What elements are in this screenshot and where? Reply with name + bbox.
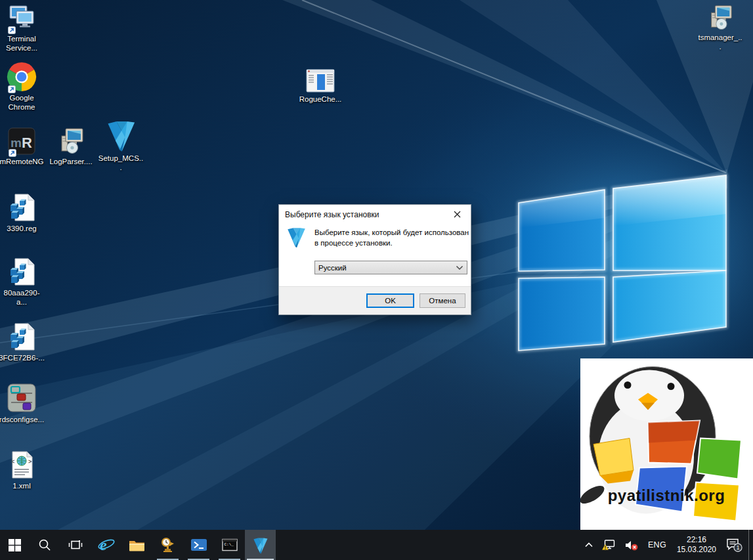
site-watermark: pyatilistnik.org [580, 358, 753, 530]
show-desktop-button[interactable] [748, 530, 753, 560]
taskbar: e [0, 530, 753, 560]
taskbar-powershell[interactable] [183, 530, 214, 560]
desktop-icon-terminal-services[interactable]: Terminal Service... [0, 1, 45, 53]
installer-package-icon [706, 0, 735, 32]
svg-text:<: < [11, 458, 14, 465]
taskbar-file-explorer[interactable] [121, 530, 152, 560]
action-center-button[interactable]: 1 [723, 530, 744, 560]
task-view-icon [68, 538, 83, 551]
desktop-icon-label: Setup_MCS... [98, 154, 144, 172]
tray-time: 22:16 [677, 535, 716, 545]
desktop-icon-label: Terminal Service... [0, 35, 45, 53]
desktop-icon-label: rdsconfigse... [0, 416, 44, 425]
registry-file-icon [7, 320, 37, 352]
application-window-icon [305, 62, 335, 93]
desktop-icon-roguechecker[interactable]: RogueChe... [297, 62, 343, 104]
task-view-button[interactable] [60, 530, 91, 560]
desktop-icon-3390-reg[interactable]: 3390.reg [0, 191, 45, 234]
registry-file-icon [7, 255, 37, 287]
cancel-button[interactable]: Отмена [420, 293, 465, 308]
svg-text:C:\_: C:\_ [224, 542, 234, 547]
desktop-icon-label: RogueChe... [299, 95, 342, 104]
language-select-value: Русский [318, 264, 347, 272]
cmd-icon: C:\_ [222, 538, 238, 551]
windows-desktop: Terminal Service... Google Chrome m R [0, 0, 753, 560]
watermark-text: pyatilistnik.org [608, 486, 725, 504]
file-explorer-icon [129, 538, 145, 552]
start-button[interactable] [0, 530, 29, 560]
desktop-icon-label: mRemoteNG [0, 158, 44, 167]
taskbar-search-button[interactable] [29, 530, 60, 560]
volume-muted-icon [624, 540, 639, 551]
tray-show-hidden-icons[interactable] [582, 530, 596, 560]
chrome-icon [7, 60, 37, 92]
language-select[interactable]: Русский [314, 261, 467, 274]
taskbar-licensing-app[interactable] [152, 530, 183, 560]
desktop-icon-logparser[interactable]: LogParser.... [48, 124, 94, 167]
tray-date: 15.03.2020 [677, 545, 716, 555]
desktop-icon-tsmanager[interactable]: tsmanager_... [697, 0, 743, 51]
registry-file-icon [7, 191, 37, 223]
desktop-icon-label: tsmanager_... [697, 33, 743, 51]
action-center-badge: 1 [737, 544, 740, 551]
setup-language-dialog: Выберите язык установки Выберите язык, к… [278, 204, 471, 315]
xml-document-icon: < > [7, 448, 36, 480]
svg-text:>: > [28, 458, 32, 465]
powershell-icon [190, 538, 207, 552]
mremoteng-icon: m R [7, 124, 36, 156]
desktop-icon-3fce72b6-reg[interactable]: 3FCE72B6-... [0, 320, 45, 363]
ok-button[interactable]: OK [366, 293, 414, 308]
dialog-message: Выберите язык, который будет использован… [314, 227, 469, 248]
desktop-icon-80aaa290-reg[interactable]: 80aaa290-a... [0, 255, 45, 307]
dialog-title: Выберите язык установки [285, 210, 379, 219]
desktop-icon-mremoteng[interactable]: m R mRemoteNG [0, 124, 45, 167]
desktop-icon-label: Google Chrome [0, 94, 45, 112]
desktop-icon-label: 3390.reg [7, 225, 36, 234]
svg-text:e: e [100, 536, 107, 553]
network-warning-icon [602, 539, 616, 551]
taskbar-clock[interactable]: 22:16 15.03.2020 [674, 535, 720, 555]
desktop-icon-label: LogParser.... [49, 158, 92, 167]
setup-v-logo-icon [104, 121, 138, 152]
desktop-icon-setup-mcs[interactable]: Setup_MCS... [98, 121, 144, 172]
chevron-down-icon [456, 265, 463, 270]
close-button[interactable] [443, 205, 471, 224]
system-tray: ENG 22:16 15.03.2020 1 [582, 530, 753, 560]
tray-language-indicator[interactable]: ENG [645, 530, 670, 560]
terminal-services-icon [7, 1, 37, 33]
action-center-icon: 1 [725, 538, 742, 552]
tray-network-status[interactable] [600, 530, 618, 560]
dialog-titlebar[interactable]: Выберите язык установки [279, 205, 471, 224]
clock-app-icon [160, 537, 176, 553]
desktop-icon-label: 3FCE72B6-... [0, 354, 45, 363]
close-icon [454, 211, 461, 218]
installer-package-icon [56, 124, 86, 156]
search-icon [38, 538, 51, 551]
dialog-footer: OK Отмена [279, 286, 471, 314]
desktop-icon-rdsconfig[interactable]: rdsconfigse... [0, 382, 45, 425]
setup-v-logo-icon [285, 226, 307, 251]
tray-volume-muted[interactable] [622, 530, 641, 560]
desktop-icon-label: 1.xml [12, 482, 30, 491]
taskbar-internet-explorer[interactable]: e [91, 530, 121, 560]
taskbar-command-prompt[interactable]: C:\_ [214, 530, 245, 560]
taskbar-setup-app[interactable] [245, 530, 276, 560]
windows-logo-icon [9, 539, 21, 551]
internet-explorer-icon: e [97, 536, 116, 554]
desktop-icon-label: 80aaa290-a... [0, 289, 45, 307]
desktop-icon-google-chrome[interactable]: Google Chrome [0, 60, 45, 112]
svg-text:R: R [22, 135, 32, 151]
rdsconfig-app-icon [6, 382, 37, 414]
desktop-icon-1-xml[interactable]: < > 1.xml [0, 448, 45, 491]
setup-v-logo-icon [251, 536, 269, 554]
chevron-up-icon [584, 540, 594, 549]
